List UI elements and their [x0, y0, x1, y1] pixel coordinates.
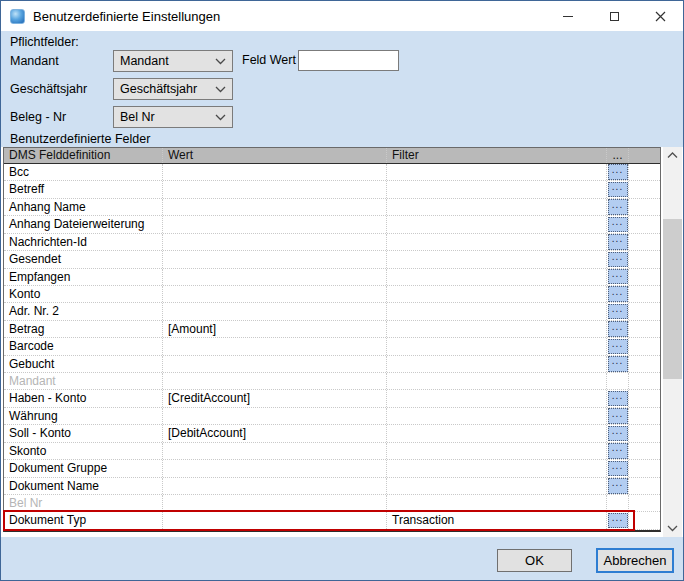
mandant-combo[interactable]: Mandant [113, 50, 233, 72]
table-row[interactable]: Gebucht ... [4, 356, 660, 373]
table-scrollbar[interactable] [663, 147, 682, 537]
ellipsis-button[interactable]: ... [608, 408, 628, 424]
cell-wert[interactable] [163, 460, 387, 476]
cell-wert[interactable] [163, 181, 387, 197]
column-header-filter[interactable]: Filter [387, 148, 607, 163]
cell-wert[interactable] [163, 478, 387, 494]
ellipsis-button[interactable]: ... [608, 443, 628, 459]
ellipsis-button[interactable]: ... [608, 391, 628, 407]
cell-wert[interactable] [163, 216, 387, 232]
cell-filter[interactable] [387, 356, 607, 372]
cell-wert[interactable]: [Amount] [163, 321, 387, 337]
table-row[interactable]: Soll - Konto [DebitAccount] ... [4, 425, 660, 442]
cell-filter[interactable] [387, 460, 607, 476]
cell-wert[interactable] [163, 338, 387, 354]
table-row[interactable]: Dokument Name ... [4, 478, 660, 495]
cell-filter[interactable] [387, 164, 607, 180]
cell-wert[interactable] [163, 164, 387, 180]
scroll-up-button[interactable] [663, 147, 682, 164]
cell-wert[interactable] [163, 303, 387, 319]
table-row[interactable]: Gesendet ... [4, 251, 660, 268]
cell-filter[interactable] [387, 321, 607, 337]
table-row[interactable]: Bcc ... [4, 164, 660, 181]
cell-filter[interactable] [387, 199, 607, 215]
cell-filter[interactable] [387, 338, 607, 354]
cell-wert[interactable]: [DebitAccount] [163, 425, 387, 441]
ellipsis-button[interactable]: ... [608, 199, 628, 215]
ellipsis-button[interactable]: ... [608, 269, 628, 285]
cell-wert[interactable] [163, 408, 387, 424]
cell-filter[interactable] [387, 495, 607, 511]
table-row[interactable]: Skonto ... [4, 443, 660, 460]
cell-filter[interactable] [387, 286, 607, 302]
table-row[interactable]: Konto ... [4, 286, 660, 303]
cell-filter[interactable] [387, 251, 607, 267]
scrollbar-thumb[interactable] [663, 219, 682, 379]
ellipsis-button[interactable]: ... [608, 426, 628, 442]
cell-wert[interactable] [163, 356, 387, 372]
combo-selected-value: Bel Nr [114, 110, 215, 124]
cell-filter[interactable] [387, 269, 607, 285]
cell-filter[interactable] [387, 234, 607, 250]
ellipsis-button[interactable]: ... [608, 461, 628, 477]
cell-filter[interactable] [387, 373, 607, 389]
ellipsis-button[interactable]: ... [608, 478, 628, 494]
cell-filter[interactable]: Transaction [387, 512, 607, 528]
ellipsis-button[interactable]: ... [608, 321, 628, 337]
cell-wert[interactable] [163, 373, 387, 389]
cell-wert[interactable] [163, 199, 387, 215]
cell-filter[interactable] [387, 478, 607, 494]
table-row[interactable]: Anhang Name ... [4, 199, 660, 216]
ok-button[interactable]: OK [497, 549, 572, 572]
table-row[interactable]: Betreff ... [4, 181, 660, 198]
ellipsis-button[interactable]: ... [608, 513, 628, 529]
cell-wert[interactable]: [CreditAccount] [163, 390, 387, 406]
ellipsis-button[interactable]: ... [608, 339, 628, 355]
table-row[interactable]: Anhang Dateierweiterung ... [4, 216, 660, 233]
column-header-ellipsis[interactable]: ... [607, 148, 629, 163]
ellipsis-button[interactable]: ... [608, 304, 628, 320]
table-row[interactable]: Barcode ... [4, 338, 660, 355]
table-row[interactable]: Dokument Gruppe ... [4, 460, 660, 477]
column-header-felddefinition[interactable]: DMS Felddefinition [4, 148, 163, 163]
cell-filter[interactable] [387, 443, 607, 459]
feld-wert-input[interactable] [298, 50, 399, 71]
cell-filter[interactable] [387, 425, 607, 441]
cell-filter[interactable] [387, 408, 607, 424]
table-row[interactable]: Nachrichten-Id ... [4, 234, 660, 251]
maximize-button[interactable] [591, 1, 637, 31]
column-header-wert[interactable]: Wert [163, 148, 387, 163]
ellipsis-button[interactable]: ... [608, 286, 628, 302]
table-row[interactable]: Empfangen ... [4, 269, 660, 286]
table-row[interactable]: Währung ... [4, 408, 660, 425]
ellipsis-button[interactable]: ... [608, 234, 628, 250]
cell-wert[interactable] [163, 443, 387, 459]
table-row[interactable]: Mandant [4, 373, 660, 390]
cell-wert[interactable] [163, 286, 387, 302]
table-row[interactable]: Haben - Konto [CreditAccount] ... [4, 390, 660, 407]
table-row[interactable]: Bel Nr [4, 495, 660, 512]
ellipsis-button[interactable]: ... [608, 252, 628, 268]
minimize-button[interactable] [545, 1, 591, 31]
scroll-down-button[interactable] [663, 520, 682, 537]
cell-wert[interactable] [163, 251, 387, 267]
beleg-nr-combo[interactable]: Bel Nr [113, 106, 233, 128]
cell-filter[interactable] [387, 390, 607, 406]
table-row[interactable]: Adr. Nr. 2 ... [4, 303, 660, 320]
cell-wert[interactable] [163, 495, 387, 511]
table-row[interactable]: Betrag [Amount] ... [4, 321, 660, 338]
cell-wert[interactable] [163, 269, 387, 285]
ellipsis-button[interactable]: ... [608, 164, 628, 180]
cell-wert[interactable] [163, 234, 387, 250]
cancel-button[interactable]: Abbrechen [596, 548, 674, 573]
ellipsis-button[interactable]: ... [608, 217, 628, 233]
table-row[interactable]: Dokument Typ Transaction ... [4, 512, 660, 529]
geschaeftsjahr-combo[interactable]: Geschäftsjahr [113, 78, 233, 100]
cell-filter[interactable] [387, 181, 607, 197]
cell-filter[interactable] [387, 303, 607, 319]
cell-wert[interactable] [163, 512, 387, 528]
cell-filter[interactable] [387, 216, 607, 232]
ellipsis-button[interactable]: ... [608, 182, 628, 198]
ellipsis-button[interactable]: ... [608, 356, 628, 372]
close-button[interactable] [637, 1, 683, 31]
